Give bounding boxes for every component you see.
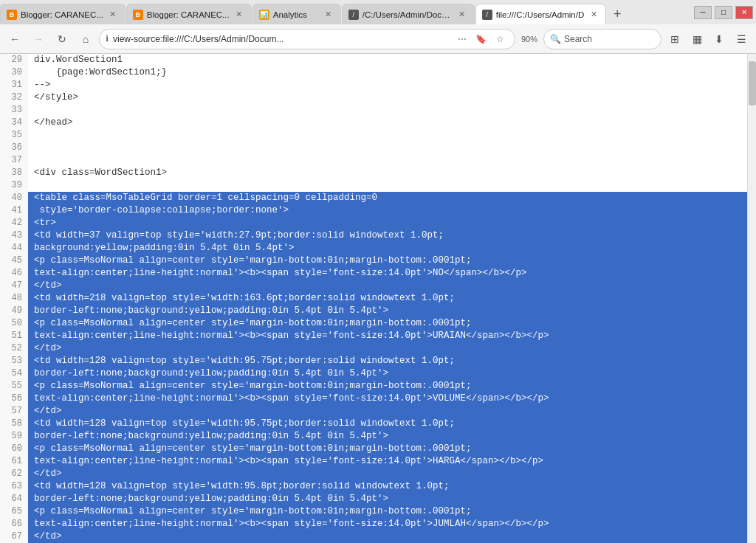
line-number: 54	[0, 367, 28, 380]
code-line: 53<td width=128 valign=top style='width:…	[0, 355, 747, 367]
back-button[interactable]: ←	[4, 29, 25, 49]
line-code: </head>	[28, 117, 747, 129]
line-code: <p class=MsoNormal align=center style='m…	[28, 255, 747, 267]
code-line: 57</td>	[0, 405, 747, 418]
minimize-button[interactable]: ─	[694, 6, 712, 19]
code-line: 30 {page:WordSection1;}	[0, 66, 747, 79]
code-line: 33	[0, 104, 747, 117]
line-code: text-align:center;line-height:normal'><b…	[28, 518, 747, 530]
code-line: 39	[0, 179, 747, 192]
line-number: 35	[0, 129, 28, 142]
line-code: border-left:none;background:yellow;paddi…	[28, 305, 747, 317]
line-number: 62	[0, 468, 28, 480]
line-number: 33	[0, 104, 28, 117]
tab-file-2[interactable]: / file:///C:/Users/Admin/D ✕	[475, 4, 607, 24]
download-icon[interactable]: ⬇	[709, 29, 729, 49]
line-code: <p class=MsoNormal align=center style='m…	[28, 505, 747, 518]
code-line: 59border-left:none;background:yellow;pad…	[0, 430, 747, 443]
line-number: 53	[0, 355, 28, 367]
close-button[interactable]: ✕	[735, 6, 753, 19]
tab-label-4: /C:/Users/Admin/Docum...	[362, 10, 453, 19]
code-line: 42<tr>	[0, 217, 747, 229]
forward-button[interactable]: →	[28, 29, 49, 49]
refresh-button[interactable]: ↻	[52, 29, 72, 49]
tab-label-5: file:///C:/Users/Admin/D	[496, 10, 585, 19]
tab-close-1[interactable]: ✕	[107, 9, 119, 21]
tab-close-3[interactable]: ✕	[323, 9, 334, 21]
code-line: 35	[0, 129, 747, 142]
star-icon[interactable]: ☆	[492, 31, 509, 47]
line-code: <p class=MsoNormal align=center style='m…	[28, 443, 747, 455]
line-code: <td width=218 valign=top style='width:16…	[28, 292, 747, 305]
line-number: 41	[0, 204, 28, 217]
reader-icon[interactable]: 🔖	[473, 31, 489, 47]
line-code: background:yellow;padding:0in 5.4pt 0in …	[28, 242, 747, 255]
tab-analytics[interactable]: 📊 Analytics ✕	[252, 4, 341, 24]
line-code: <td width=128 valign=top style='width:95…	[28, 355, 747, 367]
line-code	[28, 154, 747, 167]
code-line: 48<td width=218 valign=top style='width:…	[0, 292, 747, 305]
search-label: Search	[564, 34, 592, 44]
search-bar[interactable]: 🔍 Search	[543, 29, 662, 49]
code-line: 29div.WordSection1	[0, 54, 747, 66]
line-number: 60	[0, 443, 28, 455]
vertical-scrollbar[interactable]	[747, 54, 756, 543]
line-number: 29	[0, 54, 28, 66]
sidebar-icon[interactable]: ▦	[687, 29, 707, 49]
tab-close-4[interactable]: ✕	[456, 9, 468, 21]
line-code: <td width=128 valign=top style='width:95…	[28, 480, 747, 493]
line-number: 66	[0, 518, 28, 530]
address-bar[interactable]: ℹ view-source:file:///C:/Users/Admin/Doc…	[99, 29, 515, 49]
info-icon: ℹ	[106, 34, 109, 44]
line-code: <div class=WordSection1>	[28, 167, 747, 179]
code-line: 52</td>	[0, 342, 747, 355]
code-area: 29div.WordSection130 {page:WordSection1;…	[0, 54, 756, 543]
code-line: 46text-align:center;line-height:normal'>…	[0, 267, 747, 280]
tab-close-2[interactable]: ✕	[233, 9, 245, 21]
library-icon[interactable]: ⊞	[664, 29, 685, 49]
line-number: 40	[0, 192, 28, 204]
home-button[interactable]: ⌂	[75, 29, 96, 49]
code-line: 34</head>	[0, 117, 747, 129]
line-number: 46	[0, 267, 28, 280]
tab-blogger-2[interactable]: B Blogger: CARANEC... ✕	[126, 4, 252, 24]
line-number: 34	[0, 117, 28, 129]
line-number: 32	[0, 91, 28, 104]
scrollbar-thumb[interactable]	[749, 61, 756, 106]
nav-bar: ← → ↻ ⌂ ℹ view-source:file:///C:/Users/A…	[0, 24, 756, 54]
blogger-favicon-1: B	[7, 10, 17, 20]
line-code	[28, 142, 747, 154]
new-tab-button[interactable]: +	[607, 4, 628, 24]
code-line: 40<table class=MsoTableGrid border=1 cel…	[0, 192, 747, 204]
bookmark-shield-icon[interactable]: ⋯	[454, 31, 470, 47]
line-number: 43	[0, 229, 28, 242]
line-code: border-left:none;background:yellow;paddi…	[28, 367, 747, 380]
line-number: 50	[0, 317, 28, 330]
code-line: 66text-align:center;line-height:normal'>…	[0, 518, 747, 530]
line-code: text-align:center;line-height:normal'><b…	[28, 330, 747, 342]
tab-close-5[interactable]: ✕	[588, 9, 599, 21]
code-content[interactable]: 29div.WordSection130 {page:WordSection1;…	[0, 54, 747, 543]
address-actions: ⋯ 🔖 ☆	[454, 31, 509, 47]
line-code: </style>	[28, 91, 747, 104]
line-number: 44	[0, 242, 28, 255]
toolbar-actions: ⊞ ▦ ⬇ ☰	[664, 29, 752, 49]
menu-icon[interactable]: ☰	[731, 29, 752, 49]
line-number: 39	[0, 179, 28, 192]
line-number: 67	[0, 530, 28, 543]
line-code: div.WordSection1	[28, 54, 747, 66]
tab-blogger-1[interactable]: B Blogger: CARANEC... ✕	[0, 4, 126, 24]
line-number: 36	[0, 142, 28, 154]
window-controls: ─ □ ✕	[691, 0, 756, 24]
line-number: 59	[0, 430, 28, 443]
line-code: </td>	[28, 342, 747, 355]
tab-file-1[interactable]: / /C:/Users/Admin/Docum... ✕	[342, 4, 475, 24]
maximize-button[interactable]: □	[715, 6, 732, 19]
code-line: 61text-align:center;line-height:normal'>…	[0, 455, 747, 468]
line-number: 51	[0, 330, 28, 342]
line-code: </td>	[28, 530, 747, 543]
line-code: <td width=128 valign=top style='width:95…	[28, 418, 747, 430]
code-line: 55<p class=MsoNormal align=center style=…	[0, 380, 747, 392]
code-line: 56text-align:center;line-height:normal'>…	[0, 392, 747, 405]
code-line: 65<p class=MsoNormal align=center style=…	[0, 505, 747, 518]
